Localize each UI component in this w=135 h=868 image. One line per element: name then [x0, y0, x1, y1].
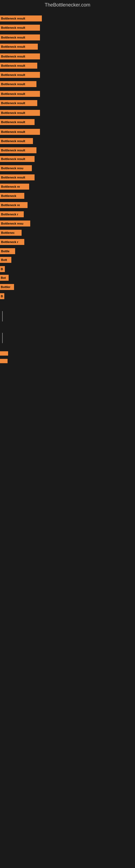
bar-row-22: Bottleneck r [0, 211, 24, 218]
bar-label-17: Bottleneck resu [1, 166, 24, 170]
bar-row-21: Bottleneck re [0, 202, 28, 209]
bar-label-29: Bot [1, 276, 6, 279]
bar-15: Bottleneck result [0, 147, 37, 153]
bar-row-29: Bot [0, 274, 9, 281]
bar-21: Bottleneck re [0, 202, 28, 208]
bar-18: Bottleneck result [0, 175, 35, 180]
bar-row-9: Bottleneck result [0, 90, 40, 97]
bar-row-4: Bottleneck result [0, 43, 38, 50]
bar-row-7: Bottleneck result [0, 71, 40, 79]
bar-label-6: Bottleneck result [1, 64, 25, 67]
bar-row-10: Bottleneck result [0, 99, 37, 106]
bar-31: B [0, 293, 4, 299]
bar-label-4: Bottleneck result [1, 45, 25, 48]
bar-row-14: Bottleneck result [0, 137, 33, 145]
bar-label-25: Bottleneck r [1, 240, 18, 244]
bar-23: Bottleneck resu [0, 220, 30, 226]
bar-row-12: Bottleneck result [0, 119, 35, 126]
bar-4: Bottleneck result [0, 44, 38, 50]
bar-25: Bottleneck r [0, 239, 24, 245]
bar-row-19: Bottleneck re [0, 183, 29, 190]
bar-row-13: Bottleneck result [0, 128, 40, 135]
bar-row-1: Bottleneck result [0, 15, 42, 22]
bar-row-27: Bott [0, 256, 11, 264]
bar-label-5: Bottleneck result [1, 55, 25, 58]
bar-row-2: Bottleneck result [0, 24, 40, 31]
bar-label-31: B [1, 294, 3, 298]
bar-label-28: B [1, 268, 3, 271]
bar-label-26: Bottle [1, 250, 9, 253]
bar-13: Bottleneck result [0, 129, 40, 135]
bar-row-26: Bottle [0, 248, 15, 255]
bar-label-19: Bottleneck re [1, 185, 20, 188]
small-bar-1 [0, 351, 8, 355]
small-bar-row-2 [0, 358, 8, 364]
bar-row-5: Bottleneck result [0, 53, 40, 60]
bar-7: Bottleneck result [0, 72, 40, 78]
bar-26: Bottle [0, 248, 15, 254]
site-title: TheBottlenecker.com [0, 0, 135, 10]
bar-28: B [0, 266, 5, 272]
bar-row-8: Bottleneck result [0, 81, 37, 88]
bar-label-20: Bottleneck [1, 194, 16, 197]
bar-20: Bottleneck [0, 193, 24, 199]
bar-2: Bottleneck result [0, 25, 40, 31]
bar-label-11: Bottleneck result [1, 111, 25, 115]
bar-9: Bottleneck result [0, 91, 40, 97]
bar-row-3: Bottleneck result [0, 34, 40, 41]
bar-label-12: Bottleneck result [1, 120, 25, 124]
bar-row-6: Bottleneck result [0, 62, 37, 69]
bar-row-25: Bottleneck r [0, 239, 24, 246]
bar-label-21: Bottleneck re [1, 204, 20, 207]
bar-19: Bottleneck re [0, 184, 29, 190]
bar-label-1: Bottleneck result [1, 17, 25, 20]
bar-label-10: Bottleneck result [1, 101, 25, 105]
bar-row-30: Bottler [0, 283, 14, 290]
bar-29: Bot [0, 275, 9, 281]
bar-label-30: Bottler [1, 285, 10, 289]
bar-27: Bott [0, 257, 11, 263]
bar-label-3: Bottleneck result [1, 36, 25, 39]
bar-1: Bottleneck result [0, 16, 42, 22]
bar-label-24: Bottlenec [1, 231, 14, 235]
bar-22: Bottleneck r [0, 211, 24, 217]
bar-30: Bottler [0, 284, 14, 290]
bar-row-23: Bottleneck resu [0, 220, 30, 227]
bar-row-28: B [0, 266, 5, 273]
bar-10: Bottleneck result [0, 100, 37, 106]
cursor-line-1 [2, 311, 3, 321]
bar-row-24: Bottlenec [0, 229, 21, 236]
bar-16: Bottleneck result [0, 156, 35, 162]
bar-5: Bottleneck result [0, 54, 40, 59]
bar-row-15: Bottleneck result [0, 147, 37, 154]
bar-label-16: Bottleneck result [1, 157, 25, 161]
bar-17: Bottleneck resu [0, 165, 32, 171]
bar-row-31: B [0, 293, 4, 300]
bar-row-20: Bottleneck [0, 192, 24, 199]
bar-label-9: Bottleneck result [1, 92, 25, 95]
small-bar-row-1 [0, 351, 8, 356]
bar-label-13: Bottleneck result [1, 130, 25, 133]
bar-14: Bottleneck result [0, 138, 33, 144]
bar-label-23: Bottleneck resu [1, 222, 24, 225]
bar-3: Bottleneck result [0, 34, 40, 40]
bar-label-18: Bottleneck result [1, 176, 25, 179]
bar-label-22: Bottleneck r [1, 213, 18, 216]
bar-row-17: Bottleneck resu [0, 165, 32, 172]
bar-row-11: Bottleneck result [0, 109, 40, 116]
bar-label-14: Bottleneck result [1, 140, 25, 143]
bar-label-8: Bottleneck result [1, 83, 25, 86]
bar-label-7: Bottleneck result [1, 73, 25, 76]
bar-label-27: Bott [1, 258, 7, 261]
cursor-line-2 [2, 333, 3, 343]
bar-8: Bottleneck result [0, 81, 37, 87]
bar-row-16: Bottleneck result [0, 155, 35, 162]
bar-11: Bottleneck result [0, 110, 40, 116]
bar-12: Bottleneck result [0, 119, 35, 125]
bar-6: Bottleneck result [0, 63, 37, 69]
bar-row-18: Bottleneck result [0, 174, 35, 181]
small-bar-2 [0, 359, 8, 363]
bar-label-2: Bottleneck result [1, 26, 25, 29]
bar-label-15: Bottleneck result [1, 149, 25, 152]
bar-24: Bottlenec [0, 230, 21, 236]
